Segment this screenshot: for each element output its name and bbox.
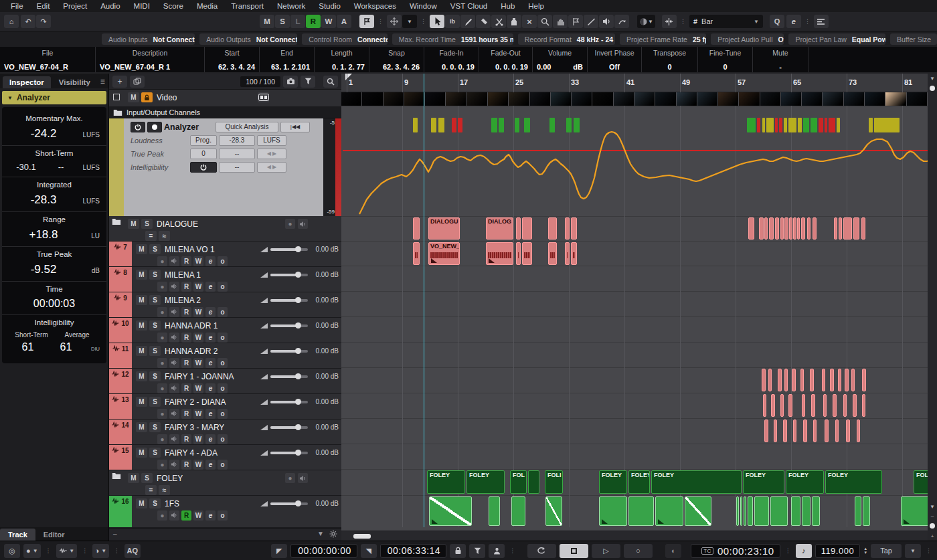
dialogue-event[interactable] [571, 217, 577, 240]
track-volume-control[interactable]: 0.00 dB [260, 398, 339, 405]
info-field-end[interactable]: End63. 1. 2.101 [260, 47, 315, 72]
folder-mute-button[interactable]: M [128, 473, 139, 483]
track-record-button[interactable]: ● [157, 409, 167, 419]
track-solo-button[interactable]: S [149, 320, 161, 331]
info-field-invert-phase[interactable]: Invert PhaseOff [588, 47, 642, 72]
intelligibility-nav-buttons[interactable]: ◀ ▶ [257, 162, 286, 173]
dialogue-event[interactable] [565, 217, 570, 240]
scrollbar-thumb[interactable] [353, 534, 371, 539]
adr-audio-event[interactable] [838, 369, 841, 391]
adr-audio-event[interactable] [778, 369, 782, 391]
foley-audio-event[interactable] [655, 496, 683, 526]
track-monitor-button[interactable] [169, 307, 179, 317]
punch-in-button[interactable]: ◤ [271, 544, 287, 558]
track-volume-control[interactable]: 0.00 dB [260, 500, 339, 507]
loudness-mode-button[interactable]: Prog. [190, 135, 217, 146]
vertical-zoom-knob[interactable] [930, 86, 935, 91]
info-field-start[interactable]: Start62. 3. 4. 24 [205, 47, 260, 72]
separator-dots[interactable]: ⋮ [44, 547, 53, 554]
track-record-button[interactable]: ● [157, 256, 167, 266]
lanes-button[interactable] [814, 15, 829, 28]
dialogue-event[interactable] [843, 217, 852, 240]
track-automation-button[interactable]: o [218, 282, 228, 292]
dialogue-event[interactable] [784, 217, 788, 240]
info-field-file[interactable]: FileVO_NEW_67-04_R [0, 47, 96, 72]
track-read-button[interactable]: R [181, 434, 191, 444]
track-monitor-button[interactable] [169, 510, 179, 521]
metronome-click-button[interactable]: ◎ [4, 544, 20, 558]
folder-record-button[interactable]: ● [285, 473, 295, 483]
dialogue-event[interactable] [801, 217, 805, 240]
lane-track-13[interactable] [341, 393, 937, 418]
status-record-format[interactable]: Record Format48 kHz - 24 bit [518, 33, 615, 45]
track-row-milena-2[interactable]: 9MSMILENA 20.00 dB●RWeo [109, 292, 341, 318]
global-automation-l[interactable]: L [290, 15, 305, 28]
analyzer-intensity-block[interactable] [784, 118, 787, 132]
adr-audio-event[interactable] [853, 394, 857, 417]
analyzer-intensity-block[interactable] [491, 118, 497, 132]
foley-audio-event[interactable] [863, 496, 870, 526]
true-peak-value[interactable]: -- [219, 149, 255, 159]
dialogue-event[interactable] [813, 217, 817, 240]
menu-media[interactable]: Media [190, 0, 224, 12]
track-write-button[interactable]: W [193, 434, 203, 444]
foley-folder-event[interactable]: FOLEY [651, 470, 742, 494]
info-field-fade-in[interactable]: Fade-In0. 0. 0. 19 [424, 47, 479, 72]
menu-hub[interactable]: Hub [494, 0, 521, 12]
track-solo-button[interactable]: S [149, 422, 161, 432]
tempo-mode-dropdown[interactable]: ▼ [905, 544, 921, 558]
track-edit-channel-button[interactable]: e [205, 256, 216, 266]
track-volume-control[interactable]: 0.00 dB [260, 322, 339, 329]
adr-audio-event[interactable] [764, 419, 768, 442]
adr-audio-event[interactable] [851, 369, 855, 391]
timecode-format-badge[interactable]: TC [701, 547, 713, 555]
nudge-tool-button[interactable] [387, 15, 402, 28]
analyzer-intensity-block[interactable] [458, 118, 462, 132]
info-field-mute[interactable]: Mute- [753, 47, 808, 72]
pre-roll-button[interactable]: ◐ [665, 544, 681, 558]
menu-midi[interactable]: MIDI [127, 0, 157, 12]
track-monitor-button[interactable] [169, 333, 179, 343]
info-field-description[interactable]: DescriptionVO_NEW_67-04_R 1 [96, 47, 205, 72]
playhead-cursor[interactable] [424, 74, 424, 527]
track-edit-channel-button[interactable]: e [205, 307, 216, 317]
audio-quantize-button[interactable]: AQ [124, 544, 141, 558]
play-button[interactable]: ▷ [592, 544, 620, 558]
analyzer-intensity-block[interactable] [837, 118, 840, 132]
iterative-quantize-button[interactable]: e [786, 15, 801, 28]
add-track-button[interactable]: + [112, 76, 127, 88]
adr-audio-event[interactable] [845, 369, 849, 391]
analyzer-intensity-block[interactable] [803, 118, 809, 132]
track-mute-button[interactable]: M [136, 498, 147, 508]
separator-dots[interactable]: ⋮ [784, 547, 792, 554]
analyzer-intensity-block[interactable] [825, 118, 827, 132]
track-mute-button[interactable]: M [136, 346, 147, 356]
adr-audio-event[interactable] [792, 369, 796, 391]
analyzer-intensity-block[interactable] [757, 118, 760, 132]
vo-audio-event[interactable] [516, 242, 521, 265]
loudness-target-line[interactable] [343, 150, 928, 151]
info-field-length[interactable]: Length0. 1. 2. 77 [315, 47, 369, 72]
draw-tool[interactable] [460, 15, 475, 28]
adr-audio-event[interactable] [800, 369, 804, 391]
foley-audio-event[interactable] [429, 496, 472, 526]
track-solo-button[interactable]: S [149, 295, 161, 305]
track-mute-button[interactable]: M [136, 397, 147, 407]
separator-dots[interactable]: ⋮ [376, 18, 385, 25]
dialogue-event[interactable] [775, 217, 779, 240]
analyzer-intensity-block[interactable] [524, 118, 530, 132]
track-volume-control[interactable]: 0.00 dB [260, 347, 339, 355]
vo-audio-event[interactable] [413, 242, 420, 265]
foley-audio-event[interactable] [489, 496, 500, 526]
comp-tool[interactable] [553, 15, 568, 28]
track-mute-button[interactable]: M [136, 295, 147, 305]
dialogue-event[interactable] [807, 217, 811, 240]
track-volume-control[interactable]: 0.00 dB [260, 296, 339, 304]
tempo-spinner[interactable]: ▲▼ [863, 547, 867, 555]
track-write-button[interactable]: W [193, 333, 203, 343]
lane-track-8[interactable] [341, 266, 937, 291]
analyzer-intensity-block[interactable] [762, 118, 765, 132]
track-automation-button[interactable]: o [218, 358, 228, 368]
track-write-button[interactable]: W [193, 282, 203, 292]
vo-audio-event[interactable] [571, 242, 577, 265]
